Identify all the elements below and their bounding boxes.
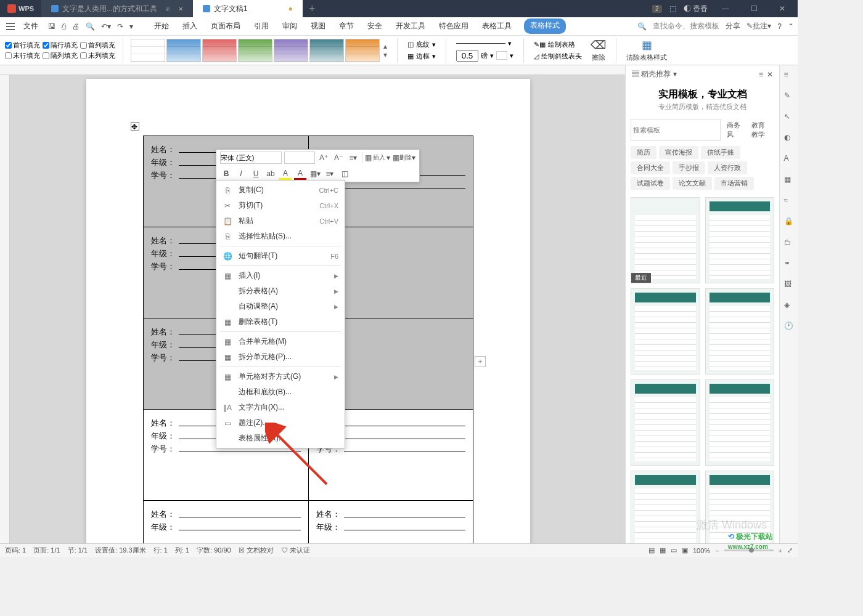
increase-font-icon[interactable]: A⁺: [317, 152, 330, 164]
cat-hr[interactable]: 人资行政: [708, 161, 747, 174]
line-weight-input[interactable]: [456, 50, 478, 62]
ctx-split-table[interactable]: 拆分表格(A)▶: [216, 283, 345, 299]
user-avatar[interactable]: ◐ 香香: [684, 4, 708, 14]
tab-table-tools[interactable]: 表格工具: [481, 18, 513, 34]
preview-icon[interactable]: 🔍: [86, 22, 95, 31]
undo-icon[interactable]: ↶▾: [101, 22, 111, 31]
cat-resume[interactable]: 简历: [631, 146, 656, 159]
insert-button[interactable]: ▦插入▾: [365, 152, 390, 164]
ctx-align[interactable]: ▦单元格对齐方式(G)▶: [216, 369, 345, 384]
toggle-panel-icon[interactable]: ≡: [784, 70, 794, 80]
save-icon[interactable]: 🖫: [48, 22, 55, 31]
tab-developer[interactable]: 开发工具: [395, 18, 427, 34]
template-thumb[interactable]: [705, 288, 775, 375]
table-move-handle[interactable]: ✥: [131, 122, 139, 131]
ruler-vertical[interactable]: [0, 75, 10, 543]
tab-home[interactable]: 开始: [153, 18, 170, 34]
first-col-fill-checkbox[interactable]: 首列填充: [80, 41, 115, 50]
banded-row-checkbox[interactable]: 隔行填充: [43, 41, 78, 50]
tab-table-style-active[interactable]: 表格样式: [524, 18, 566, 34]
panel-close-icon[interactable]: ✕: [767, 70, 773, 79]
strike-icon[interactable]: ab: [264, 168, 277, 180]
font-family-input[interactable]: [220, 152, 282, 164]
tab-insert[interactable]: 插入: [181, 18, 198, 34]
ctx-split-cell[interactable]: ▦拆分单元格(P)...: [216, 349, 345, 365]
cat-poster[interactable]: 宣传海报: [659, 146, 698, 159]
italic-icon[interactable]: I: [235, 168, 247, 180]
template-thumb[interactable]: [631, 379, 700, 466]
qat-dropdown-icon[interactable]: ▾: [129, 22, 133, 31]
cat-newspaper[interactable]: 手抄报: [673, 161, 705, 174]
collapse-ribbon-icon[interactable]: ⌃: [788, 22, 794, 31]
status-section[interactable]: 节: 1/1: [68, 546, 88, 555]
bold-icon[interactable]: B: [220, 168, 232, 180]
new-tab-button[interactable]: +: [303, 2, 322, 15]
highlight-icon[interactable]: A: [279, 168, 292, 180]
gallery-up-icon[interactable]: ▴: [383, 42, 387, 51]
last-col-fill-checkbox[interactable]: 末列填充: [80, 51, 115, 60]
first-row-fill-checkbox[interactable]: 首行填充: [5, 41, 40, 50]
status-proof[interactable]: ☒ 文档校对: [239, 546, 274, 555]
tab-close-icon[interactable]: ✕: [178, 6, 183, 12]
ctx-border-shading[interactable]: 边框和底纹(B)...: [216, 384, 345, 400]
decrease-font-icon[interactable]: A⁻: [332, 152, 345, 164]
view-web-icon[interactable]: ▭: [671, 546, 677, 554]
minimize-button[interactable]: —: [715, 4, 736, 13]
settings-icon[interactable]: ≈: [784, 196, 794, 206]
zoom-in-icon[interactable]: +: [779, 547, 782, 554]
clock-icon[interactable]: 🕐: [784, 322, 794, 331]
filter-business[interactable]: 商务风: [723, 119, 745, 141]
table-style-gallery[interactable]: ▴ ▾: [131, 39, 390, 62]
template-thumb[interactable]: [631, 288, 700, 375]
shading-mini-icon[interactable]: ◫: [338, 168, 351, 180]
select-icon[interactable]: ↖: [784, 112, 794, 122]
clear-style-button[interactable]: ▦清除表格样式: [624, 38, 669, 62]
fullscreen-icon[interactable]: ⤢: [787, 546, 793, 554]
ctx-translate[interactable]: 🌐短句翻译(T)F6: [216, 248, 345, 264]
redo-icon[interactable]: ↷: [117, 22, 123, 31]
zoom-out-icon[interactable]: −: [715, 547, 719, 554]
tab-reference[interactable]: 引用: [253, 18, 270, 34]
add-column-button[interactable]: +: [475, 356, 486, 367]
zoom-value[interactable]: 100%: [693, 547, 710, 554]
template-thumb[interactable]: [705, 197, 775, 283]
border-button[interactable]: ▦ 边框 ▾: [405, 51, 438, 62]
draw-table-button[interactable]: ✎▦ 绘制表格: [531, 39, 584, 50]
gallery-down-icon[interactable]: ▾: [383, 51, 387, 59]
shading-button[interactable]: ◫ 底纹 ▾: [405, 39, 438, 50]
tab-doc-1[interactable]: 文字是人类用...的方式和工具 ⎚ ✕: [41, 0, 193, 17]
line-color-button[interactable]: [496, 51, 507, 60]
tab-layout[interactable]: 页面布局: [210, 18, 242, 34]
cat-exam[interactable]: 试题试卷: [631, 177, 670, 190]
border-icon[interactable]: ▦▾: [309, 168, 321, 180]
tab-review[interactable]: 审阅: [281, 18, 298, 34]
status-cert[interactable]: 🛡 未认证: [281, 546, 310, 555]
status-words[interactable]: 字数: 90/90: [197, 546, 231, 555]
cube-icon[interactable]: ◈: [784, 301, 794, 310]
line-style-select[interactable]: ▾: [454, 39, 516, 48]
tab-section[interactable]: 章节: [338, 18, 355, 34]
eraser-button[interactable]: ⌫擦除: [588, 38, 608, 62]
filter-education[interactable]: 教育教学: [748, 119, 774, 141]
search-input[interactable]: 查找命令、搜索模板: [653, 21, 719, 31]
underline-icon[interactable]: U: [250, 168, 262, 180]
export-icon[interactable]: ⎙: [62, 22, 66, 31]
banded-col-checkbox[interactable]: 隔列填充: [43, 51, 78, 60]
list-icon[interactable]: ≡▾: [347, 152, 359, 164]
print-icon[interactable]: 🖨: [72, 22, 80, 31]
ctx-paste-special[interactable]: ⎘选择性粘贴(S)...: [216, 229, 345, 244]
template-search-input[interactable]: [631, 119, 721, 141]
ctx-caption[interactable]: ▭题注(Z)...: [216, 415, 345, 431]
hamburger-icon[interactable]: [6, 23, 15, 30]
delete-button[interactable]: ▦删除▾: [393, 152, 415, 164]
cat-marketing[interactable]: 市场营销: [714, 177, 754, 190]
ctx-cut[interactable]: ✂剪切(T)Ctrl+X: [216, 198, 345, 213]
file-menu[interactable]: 文件: [20, 21, 42, 31]
close-button[interactable]: ✕: [772, 4, 793, 13]
view-outline-icon[interactable]: ▦: [660, 546, 666, 554]
ctx-text-direction[interactable]: ‖A文字方向(X)...: [216, 400, 345, 415]
panel-settings-icon[interactable]: ≡: [759, 70, 763, 79]
badge[interactable]: 2: [652, 5, 662, 13]
ctx-autofit[interactable]: 自动调整(A)▶: [216, 299, 345, 314]
maximize-button[interactable]: ☐: [743, 4, 764, 13]
